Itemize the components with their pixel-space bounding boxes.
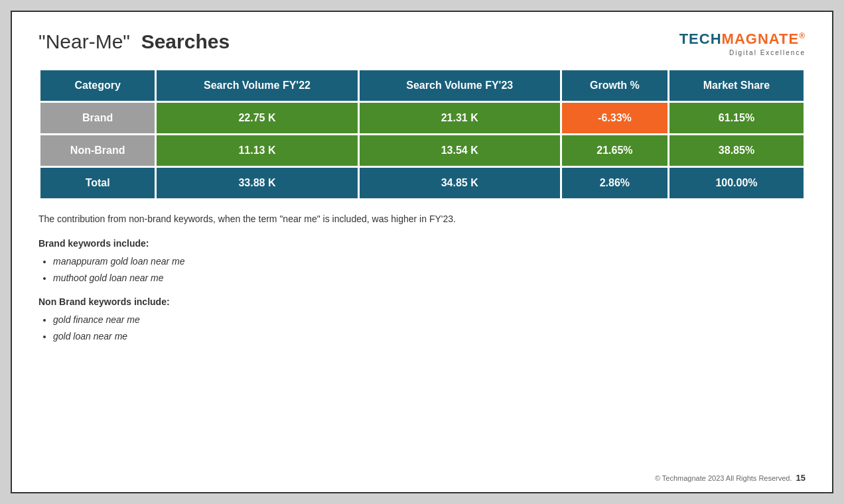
logo-reg: ® (799, 31, 806, 40)
list-item: muthoot gold loan near me (53, 270, 806, 286)
brand-growth: -6.33% (561, 102, 668, 135)
brand-keywords-title: Brand keywords include: (38, 235, 806, 252)
non-brand-fy22: 11.13 K (156, 135, 358, 167)
brand-market-share: 61.15% (668, 102, 804, 135)
logo-tagline: Digital Excellence (729, 49, 806, 56)
col-header-fy23: Search Volume FY'23 (358, 70, 561, 102)
footer: © Techmagnate 2023 All Rights Reserved. … (655, 473, 806, 483)
footer-copyright: © Techmagnate 2023 All Rights Reserved. (655, 474, 792, 482)
table-row-total: Total 33.88 K 34.85 K 2.86% 100.00% (40, 167, 805, 200)
non-brand-keywords-title: Non Brand keywords include: (38, 294, 806, 310)
brand-category: Brand (40, 102, 156, 135)
logo-tech: TECH (679, 31, 722, 47)
non-brand-category: Non-Brand (40, 135, 156, 167)
non-brand-fy23: 13.54 K (358, 135, 561, 167)
title-bold: Searches (141, 31, 230, 52)
brand-fy23: 21.31 K (358, 102, 561, 135)
list-item: manappuram gold loan near me (53, 253, 806, 270)
table-row: Non-Brand 11.13 K 13.54 K 21.65% 38.85% (40, 135, 805, 167)
table-header-row: Category Search Volume FY'22 Search Volu… (40, 70, 805, 102)
col-header-fy22: Search Volume FY'22 (156, 70, 358, 102)
list-item: gold loan near me (53, 328, 806, 345)
non-brand-growth: 21.65% (561, 135, 668, 167)
keywords-section: Brand keywords include: manappuram gold … (38, 235, 806, 351)
data-table: Category Search Volume FY'22 Search Volu… (38, 68, 806, 200)
total-growth: 2.86% (561, 167, 668, 200)
page-title: "Near-Me" Searches (38, 31, 230, 53)
header-row: "Near-Me" Searches TECHMAGNATE® Digital … (38, 31, 806, 56)
total-fy22: 33.88 K (156, 167, 358, 200)
non-brand-market-share: 38.85% (668, 135, 804, 167)
logo-area: TECHMAGNATE® Digital Excellence (679, 31, 806, 56)
brand-fy22: 22.75 K (156, 102, 358, 135)
total-label: Total (40, 167, 156, 200)
logo: TECHMAGNATE® (679, 31, 806, 48)
total-market-share: 100.00% (668, 167, 804, 200)
col-header-category: Category (40, 70, 156, 102)
total-fy23: 34.85 K (358, 167, 561, 200)
list-item: gold finance near me (53, 312, 806, 328)
logo-magnate: MAGNATE (722, 31, 800, 47)
slide: "Near-Me" Searches TECHMAGNATE® Digital … (11, 11, 833, 493)
table-row: Brand 22.75 K 21.31 K -6.33% 61.15% (40, 102, 805, 135)
title-plain: "Near-Me" (38, 31, 130, 52)
description-text: The contribution from non-brand keywords… (38, 212, 583, 226)
non-brand-keywords-list: gold finance near me gold loan near me (53, 312, 806, 345)
col-header-growth: Growth % (561, 70, 668, 102)
footer-page-number: 15 (796, 473, 806, 483)
col-header-market-share: Market Share (668, 70, 804, 102)
brand-keywords-list: manappuram gold loan near me muthoot gol… (53, 253, 806, 286)
